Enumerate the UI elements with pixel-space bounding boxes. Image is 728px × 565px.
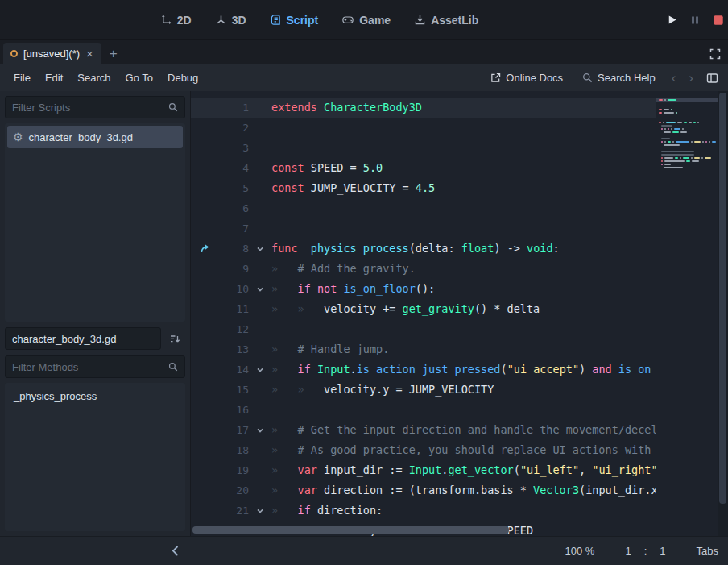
tab-3d-label: 3D <box>232 14 246 27</box>
fold-chevron-icon[interactable] <box>249 501 271 521</box>
caret-position: 1 : 1 <box>625 545 665 557</box>
code-line[interactable]: 2 <box>191 118 656 138</box>
menu-edit[interactable]: Edit <box>38 68 70 88</box>
breakpoint-gutter[interactable] <box>191 299 218 319</box>
tab-assetlib-label: AssetLib <box>431 14 478 27</box>
override-method-icon[interactable] <box>191 239 218 259</box>
code-line[interactable]: 10»if not is_on_floor(): <box>191 279 656 299</box>
code-line[interactable]: 15»»velocity.y = JUMP_VELOCITY <box>191 380 656 400</box>
code-line[interactable]: 8func _physics_process(delta: float) -> … <box>191 239 656 259</box>
code-line[interactable]: 12 <box>191 319 656 339</box>
code-line[interactable]: 20»var direction := (transform.basis * V… <box>191 480 656 501</box>
code-text: »var input_dir := Input.get_vector("ui_l… <box>271 460 656 480</box>
code-line[interactable]: 21»if direction: <box>191 501 656 521</box>
distraction-free-icon[interactable] <box>709 48 721 60</box>
code-line[interactable]: 3 <box>191 138 656 158</box>
new-script-button[interactable]: + <box>101 46 126 64</box>
breakpoint-gutter[interactable] <box>191 380 218 400</box>
code-line[interactable]: 6 <box>191 198 656 218</box>
code-line[interactable]: 11»»velocity += get_gravity() * delta <box>191 299 656 319</box>
fold-chevron-icon[interactable] <box>249 239 271 259</box>
code-line[interactable]: 5const JUMP_VELOCITY = 4.5 <box>191 178 656 198</box>
breakpoint-gutter[interactable] <box>191 279 218 299</box>
play-button[interactable] <box>666 14 678 26</box>
breakpoint-gutter[interactable] <box>191 158 218 178</box>
breakpoint-gutter[interactable] <box>191 400 218 420</box>
code-line[interactable]: 19»var input_dir := Input.get_vector("ui… <box>191 460 656 480</box>
collapse-panel-chevron-icon[interactable] <box>171 545 180 557</box>
3d-axes-icon <box>216 15 226 25</box>
method-sort-icon[interactable] <box>164 328 185 349</box>
horizontal-scrollbar[interactable] <box>192 526 651 534</box>
current-file-field[interactable] <box>5 327 161 350</box>
breakpoint-gutter[interactable] <box>191 178 218 198</box>
fold-chevron-icon[interactable] <box>249 279 271 299</box>
tab-game[interactable]: Game <box>342 14 391 27</box>
close-icon[interactable]: × <box>85 48 94 60</box>
breakpoint-gutter[interactable] <box>191 118 218 138</box>
breakpoint-gutter[interactable] <box>191 359 218 380</box>
code-line[interactable]: 13»# Handle jump. <box>191 339 656 359</box>
breakpoint-gutter[interactable] <box>191 138 218 158</box>
history-forward-icon[interactable]: › <box>685 71 697 85</box>
breakpoint-gutter[interactable] <box>191 339 218 359</box>
breakpoint-gutter[interactable] <box>191 319 218 339</box>
breakpoint-gutter[interactable] <box>191 98 218 118</box>
code-token: 4.5 <box>416 181 435 194</box>
code-lines[interactable]: 1extends CharacterBody3D234const SPEED =… <box>191 91 656 536</box>
vertical-scrollbar-grabber[interactable] <box>719 93 726 504</box>
breakpoint-gutter[interactable] <box>191 440 218 460</box>
indent-type[interactable]: Tabs <box>697 545 718 557</box>
tab-3d[interactable]: 3D <box>216 14 246 27</box>
method-list-item[interactable]: _physics_process <box>7 385 183 406</box>
tab-assetlib[interactable]: AssetLib <box>415 14 478 27</box>
code-line[interactable]: 1extends CharacterBody3D <box>191 98 656 118</box>
code-token: velocity += <box>324 302 403 315</box>
breakpoint-gutter[interactable] <box>191 218 218 239</box>
history-back-icon[interactable]: ‹ <box>668 71 680 85</box>
main-area: ⚙ character_body_3d.gd _physics_process <box>0 91 728 536</box>
breakpoint-gutter[interactable] <box>191 501 218 521</box>
menu-goto[interactable]: Go To <box>118 68 160 88</box>
script-file-tab[interactable]: [unsaved](*) × <box>3 43 101 64</box>
minimap-segment <box>659 122 661 123</box>
code-line[interactable]: 16 <box>191 400 656 420</box>
online-docs-button[interactable]: Online Docs <box>484 69 569 87</box>
filter-methods-input[interactable] <box>12 361 163 373</box>
menu-file[interactable]: File <box>6 68 38 88</box>
menu-search[interactable]: Search <box>70 68 118 88</box>
minimap-segment <box>664 99 666 101</box>
menu-debug[interactable]: Debug <box>160 68 205 88</box>
minimap-segment <box>664 131 671 133</box>
tab-indent-marker: » <box>271 460 298 480</box>
code-line[interactable]: 9»# Add the gravity. <box>191 259 656 279</box>
breakpoint-gutter[interactable] <box>191 198 218 218</box>
tab-indent-marker: » <box>271 299 298 319</box>
pause-button[interactable] <box>689 15 701 26</box>
breakpoint-gutter[interactable] <box>191 420 218 440</box>
breakpoint-gutter[interactable] <box>191 480 218 501</box>
fold-chevron-icon[interactable] <box>249 420 271 440</box>
code-line[interactable]: 18»# As good practice, you should replac… <box>191 440 656 460</box>
tab-script[interactable]: Script <box>271 14 319 27</box>
tab-2d[interactable]: 2D <box>161 14 192 27</box>
breakpoint-gutter[interactable] <box>191 259 218 279</box>
minimap[interactable] <box>656 91 718 536</box>
code-line[interactable]: 17»# Get the input direction and handle … <box>191 420 656 440</box>
code-line[interactable]: 14»if Input.is_action_just_pressed("ui_a… <box>191 359 656 380</box>
zoom-level[interactable]: 100 % <box>565 545 595 557</box>
horizontal-scrollbar-grabber[interactable] <box>192 526 509 534</box>
filter-scripts-input[interactable] <box>12 102 163 114</box>
code-token: 5.0 <box>363 161 383 174</box>
vertical-scrollbar[interactable] <box>718 91 728 536</box>
minimap-segment <box>676 112 677 114</box>
stop-button[interactable] <box>712 14 725 27</box>
fold-chevron-icon[interactable] <box>249 359 271 380</box>
code-line[interactable]: 4const SPEED = 5.0 <box>191 158 656 178</box>
script-list-item[interactable]: ⚙ character_body_3d.gd <box>7 126 183 148</box>
minimap-segment <box>697 122 699 123</box>
scripts-panel-toggle-icon[interactable] <box>703 73 722 84</box>
code-line[interactable]: 7 <box>191 218 656 239</box>
search-help-button[interactable]: Search Help <box>576 69 662 87</box>
breakpoint-gutter[interactable] <box>191 460 218 480</box>
